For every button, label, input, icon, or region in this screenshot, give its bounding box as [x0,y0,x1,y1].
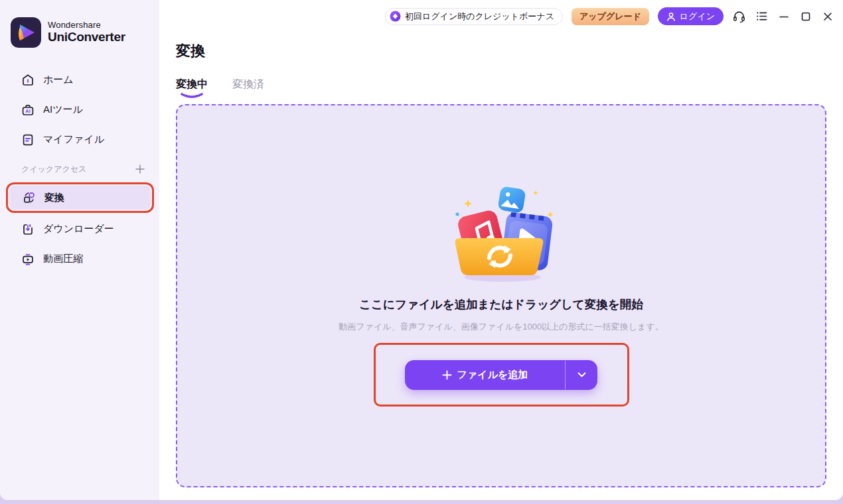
svg-text:AI: AI [25,108,30,114]
sidebar-item-downloader[interactable]: ダウンローダー [0,214,159,244]
quick-access-header: クイックアクセス [0,157,159,181]
chevron-down-icon [577,372,586,377]
sidebar-item-home[interactable]: ホーム [0,65,159,95]
sidebar: Wondershare UniConverter ホーム AI AIツール [0,0,159,500]
brand: Wondershare UniConverter [0,0,159,48]
add-file-button[interactable]: ファイルを追加 [405,360,565,390]
sidebar-item-label: AIツール [43,103,83,116]
sidebar-item-label: ホーム [43,74,74,86]
sidebar-item-convert[interactable]: 変換 [9,186,151,210]
app-window: Wondershare UniConverter ホーム AI AIツール [0,0,843,500]
file-dropzone[interactable]: ここにファイルを追加またはドラッグして変換を開始 動画ファイル、音声ファイル、画… [176,104,826,487]
add-file-label: ファイルを追加 [457,369,528,381]
tabs: 変換中 変換済 [176,78,264,99]
quick-access-label: クイックアクセス [21,164,86,175]
home-icon [21,74,35,87]
brand-text: Wondershare UniConverter [48,21,125,44]
sidebar-item-my-files[interactable]: マイファイル [0,125,159,155]
brand-uniconverter: UniConverter [48,31,125,44]
add-file-dropdown-button[interactable] [566,360,597,390]
credit-bonus-label: 初回ログイン時のクレジットボーナス [405,11,554,23]
maximize-icon[interactable] [799,10,812,23]
support-headset-icon[interactable] [732,9,746,23]
sidebar-item-label: 変換 [44,192,64,204]
login-button[interactable]: ログイン [658,7,724,25]
add-file-split-button: ファイルを追加 [405,360,597,390]
page-title: 変換 [176,41,205,61]
my-files-icon [21,133,35,147]
add-quick-access-icon[interactable] [135,164,145,174]
add-file-highlight-annotation: ファイルを追加 [374,343,629,407]
video-compress-icon [21,253,35,266]
dropzone-heading: ここにファイルを追加またはドラッグして変換を開始 [359,296,643,312]
sidebar-item-video-compress[interactable]: 動画圧縮 [0,244,159,274]
login-label: ログイン [680,11,715,23]
credit-bonus-badge[interactable]: 初回ログイン時のクレジットボーナス [385,8,563,25]
dropzone-subheading: 動画ファイル、音声ファイル、画像ファイルを1000以上の形式に一括変換します。 [339,321,663,333]
tab-converted[interactable]: 変換済 [232,78,264,99]
upgrade-label: アップグレード [579,11,641,23]
plus-icon [442,370,452,380]
sidebar-item-label: ダウンローダー [43,223,114,235]
tab-converting[interactable]: 変換中 [176,78,208,99]
main-area: 初回ログイン時のクレジットボーナス アップグレード ログイン [159,0,843,500]
task-list-icon[interactable] [755,9,769,23]
tab-converted-label: 変換済 [232,78,264,90]
gem-icon [390,11,401,22]
convert-icon [23,191,36,204]
sidebar-item-label: 動画圧縮 [43,253,83,265]
active-tab-underline [180,93,204,99]
brand-wondershare: Wondershare [48,21,125,30]
minimize-icon[interactable] [777,10,791,23]
sidebar-nav: ホーム AI AIツール マイファイル [0,65,159,155]
sidebar-item-ai-tools[interactable]: AI AIツール [0,95,159,125]
tab-converting-label: 変換中 [176,78,208,90]
topbar: 初回ログイン時のクレジットボーナス アップグレード ログイン [385,7,834,25]
downloader-icon [21,223,35,236]
user-icon [666,12,676,21]
sidebar-item-label: マイファイル [43,133,104,146]
ai-tools-icon: AI [21,103,35,117]
convert-highlight-annotation: 変換 [6,182,154,213]
convert-folder-illustration [441,180,561,283]
upgrade-button[interactable]: アップグレード [572,8,649,25]
close-icon[interactable] [821,10,834,23]
uniconverter-logo-icon [11,17,41,48]
